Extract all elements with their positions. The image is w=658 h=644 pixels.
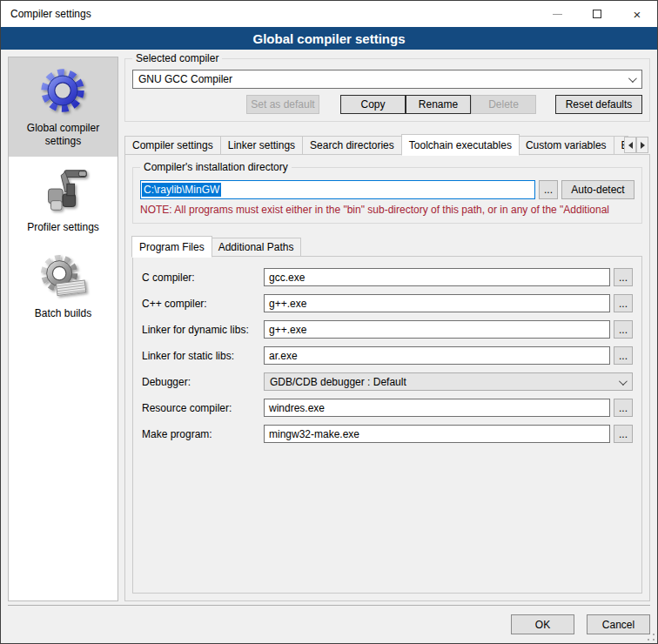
- resize-grip[interactable]: [648, 634, 655, 641]
- minimize-icon: [553, 14, 562, 15]
- profiler-icon: [37, 164, 91, 218]
- tab-toolchain-executables[interactable]: Toolchain executables: [401, 134, 520, 156]
- sidebar-item-batch-builds[interactable]: Batch builds: [9, 243, 118, 329]
- tab-linker-settings[interactable]: Linker settings: [221, 136, 303, 155]
- field-row-debugger: Debugger: GDB/CDB debugger : Default: [142, 372, 633, 391]
- title-bar[interactable]: Compiler settings ×: [1, 1, 657, 27]
- tab-scroll-left-button[interactable]: [624, 137, 636, 153]
- field-row-make-program: Make program: mingw32-make.exe ...: [142, 425, 633, 443]
- field-value: ar.exe: [269, 350, 298, 362]
- minimize-button[interactable]: [537, 1, 577, 27]
- program-files-tabs: Program Files Additional Paths: [132, 236, 642, 257]
- field-value: g++.exe: [269, 298, 306, 310]
- sidebar-item-label: Global compiler settings: [12, 122, 114, 148]
- cancel-button[interactable]: Cancel: [587, 614, 650, 634]
- field-value: mingw32-make.exe: [269, 428, 359, 440]
- dialog-footer: OK Cancel: [8, 605, 650, 643]
- chevron-down-icon: [619, 377, 628, 386]
- field-label: Debugger:: [142, 376, 264, 388]
- chevron-down-icon: [628, 74, 637, 83]
- linker-dynamic-input[interactable]: g++.exe: [264, 320, 610, 339]
- compiler-select[interactable]: GNU GCC Compiler: [132, 70, 642, 89]
- browse-directory-button[interactable]: ...: [539, 180, 558, 199]
- browse-button[interactable]: ...: [614, 399, 633, 417]
- field-row-c-compiler: C compiler: gcc.exe ...: [142, 268, 633, 286]
- arrow-right-icon: [641, 142, 648, 149]
- tab-additional-paths[interactable]: Additional Paths: [212, 238, 302, 257]
- installation-directory-value: C:\raylib\MinGW: [142, 183, 221, 197]
- toolchain-executables-panel: Compiler's installation directory C:\ray…: [124, 154, 650, 601]
- arrow-left-icon: [625, 142, 633, 149]
- linker-static-input[interactable]: ar.exe: [264, 346, 610, 365]
- debugger-select[interactable]: GDB/CDB debugger : Default: [264, 372, 633, 391]
- installation-directory-group: Compiler's installation directory C:\ray…: [132, 167, 642, 224]
- batch-builds-icon: [37, 250, 91, 304]
- make-program-input[interactable]: mingw32-make.exe: [264, 425, 610, 443]
- field-label: Make program:: [142, 428, 264, 440]
- browse-button[interactable]: ...: [614, 268, 633, 286]
- sidebar-item-label: Profiler settings: [12, 221, 114, 234]
- delete-button[interactable]: Delete: [471, 95, 536, 114]
- selected-compiler-group: Selected compiler GNU GCC Compiler Set a…: [124, 58, 650, 122]
- browse-button[interactable]: ...: [614, 320, 633, 339]
- tab-custom-variables[interactable]: Custom variables: [519, 136, 614, 155]
- bin-subdirectory-note: NOTE: All programs must exist either in …: [140, 204, 634, 216]
- ok-button[interactable]: OK: [511, 614, 574, 634]
- field-value: windres.exe: [269, 402, 325, 414]
- reset-defaults-button[interactable]: Reset defaults: [555, 95, 642, 114]
- settings-tabs: Compiler settings Linker settings Search…: [124, 134, 650, 155]
- field-label: Resource compiler:: [142, 402, 264, 414]
- field-label: C++ compiler:: [142, 298, 264, 310]
- settings-sidebar: Global compiler settings Profiler settin…: [8, 57, 118, 601]
- sidebar-item-profiler-settings[interactable]: Profiler settings: [9, 157, 118, 243]
- set-as-default-button[interactable]: Set as default: [246, 95, 319, 114]
- tab-compiler-settings[interactable]: Compiler settings: [124, 136, 221, 155]
- field-label: C compiler:: [142, 272, 264, 284]
- maximize-button[interactable]: [577, 1, 617, 27]
- tab-program-files[interactable]: Program Files: [131, 236, 212, 258]
- compiler-select-value: GNU GCC Compiler: [138, 73, 232, 85]
- field-row-resource-compiler: Resource compiler: windres.exe ...: [142, 399, 633, 417]
- cpp-compiler-input[interactable]: g++.exe: [264, 294, 610, 312]
- program-files-panel: C compiler: gcc.exe ... C++ compiler: g+…: [132, 256, 642, 594]
- c-compiler-input[interactable]: gcc.exe: [264, 268, 610, 286]
- browse-button[interactable]: ...: [614, 346, 633, 365]
- page-title: Global compiler settings: [1, 27, 657, 50]
- browse-button[interactable]: ...: [614, 294, 633, 312]
- tab-search-directories[interactable]: Search directories: [303, 136, 402, 155]
- field-row-linker-static: Linker for static libs: ar.exe ...: [142, 346, 633, 365]
- debugger-select-value: GDB/CDB debugger : Default: [270, 376, 406, 388]
- gear-blue-icon: [37, 64, 91, 118]
- copy-button[interactable]: Copy: [340, 95, 406, 114]
- close-button[interactable]: ×: [617, 1, 657, 27]
- browse-button[interactable]: ...: [614, 425, 633, 443]
- field-value: g++.exe: [269, 324, 306, 336]
- selected-compiler-group-label: Selected compiler: [132, 52, 222, 64]
- field-row-cpp-compiler: C++ compiler: g++.exe ...: [142, 294, 633, 312]
- sidebar-item-label: Batch builds: [12, 307, 114, 320]
- field-row-linker-dynamic: Linker for dynamic libs: g++.exe ...: [142, 320, 633, 339]
- maximize-icon: [593, 10, 601, 18]
- window-title: Compiler settings: [1, 8, 91, 20]
- auto-detect-button[interactable]: Auto-detect: [561, 180, 634, 199]
- compiler-settings-dialog: Compiler settings × Global compiler sett…: [0, 0, 658, 644]
- sidebar-item-global-compiler-settings[interactable]: Global compiler settings: [9, 57, 118, 157]
- field-label: Linker for dynamic libs:: [142, 324, 264, 336]
- installation-directory-input[interactable]: C:\raylib\MinGW: [140, 180, 535, 199]
- close-icon: ×: [634, 8, 641, 21]
- installation-directory-group-label: Compiler's installation directory: [140, 161, 292, 173]
- tab-scroll-right-button[interactable]: [636, 137, 648, 153]
- rename-button[interactable]: Rename: [406, 95, 471, 114]
- field-value: gcc.exe: [269, 272, 305, 284]
- resource-compiler-input[interactable]: windres.exe: [264, 399, 610, 417]
- field-label: Linker for static libs:: [142, 350, 264, 362]
